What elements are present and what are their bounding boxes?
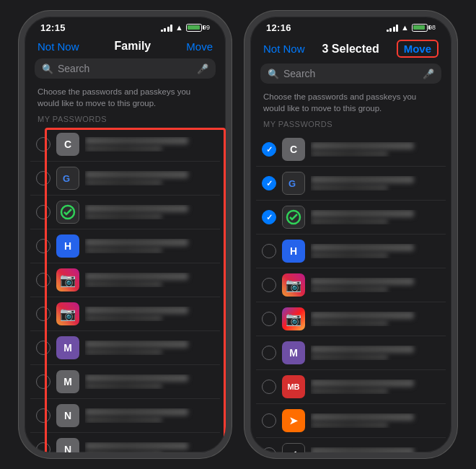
list-item[interactable]: C [30,128,220,162]
checkbox[interactable] [36,307,50,321]
status-time-right: 12:16 [266,22,291,33]
status-bar-left: 12:15 ▲ 99 [25,17,226,37]
app-icon: N [56,404,79,427]
list-item[interactable]: M [30,331,220,365]
checkbox[interactable] [36,408,50,423]
checkbox[interactable] [262,312,276,326]
checkbox[interactable] [262,447,276,452]
move-button-right[interactable]: Move [397,40,438,58]
item-title [311,176,414,183]
item-details [85,137,214,152]
mic-icon-right[interactable]: 🎤 [423,69,434,79]
mic-icon-left[interactable]: 🎤 [197,63,208,74]
app-icon: C [282,138,305,161]
passwords-list-left: C G [25,128,226,458]
item-title [85,239,188,246]
phones-container: 12:15 ▲ 99 [12,4,464,465]
search-icon-right: 🔍 [268,69,279,79]
list-item[interactable]: 📷 [30,297,220,331]
item-details [85,273,214,287]
search-bar-right[interactable]: 🔍 Search 🎤 [260,63,441,84]
app-icon: M [56,370,79,393]
list-item[interactable]: M [256,336,446,370]
list-item[interactable] [256,201,446,234]
item-subtitle [311,286,388,292]
item-title [85,408,188,416]
item-title [311,447,414,452]
app-icon: N [56,438,79,458]
checkbox[interactable] [262,380,276,394]
list-item[interactable]: G [256,167,446,201]
app-icon: ➤ [282,409,305,432]
search-icon-left: 🔍 [42,63,53,74]
app-icon: 📷 [282,273,305,297]
move-button-left[interactable]: Move [186,40,213,53]
search-input-right[interactable]: Search [283,68,418,79]
checkbox[interactable] [36,442,50,457]
checkbox[interactable] [262,244,276,258]
item-details [311,244,440,258]
item-title [311,380,414,387]
app-icon: 📷 [282,307,305,330]
not-now-button-right[interactable]: Not Now [263,43,305,55]
checkbox[interactable] [36,273,50,287]
item-title [311,142,414,149]
checkbox[interactable] [262,142,276,157]
checkbox[interactable] [262,278,276,292]
item-title [311,312,414,319]
item-details [85,341,214,355]
not-now-button-left[interactable]: Not Now [38,40,79,53]
item-details [85,205,214,219]
app-icon: ✓ [282,443,305,452]
signal-icon-left [161,24,173,32]
checkbox[interactable] [36,374,50,389]
checkbox[interactable] [36,171,50,185]
nav-bar-right: Not Now 3 Selected Move [250,37,451,62]
item-subtitle [85,451,162,457]
wifi-icon-right: ▲ [401,23,409,32]
right-phone: 12:16 ▲ 98 Not Now 3 Sele [244,11,457,458]
list-item[interactable]: 📷 [256,302,446,336]
checkbox[interactable] [36,239,50,253]
item-details [311,210,440,224]
list-item[interactable]: N [30,399,220,433]
search-input-left[interactable]: Search [58,63,193,74]
item-subtitle [311,219,388,224]
item-title [311,413,414,421]
list-item[interactable]: H [30,229,220,263]
list-item[interactable]: M [30,365,220,399]
item-details [311,447,440,452]
item-title [85,205,188,212]
item-subtitle [311,388,388,394]
list-item[interactable]: MB [256,370,446,404]
app-icon: G [56,167,79,190]
app-icon: 📷 [56,302,79,325]
item-title [85,374,188,382]
item-subtitle [311,151,388,157]
checkbox[interactable] [262,413,276,428]
item-subtitle [85,180,162,185]
checkbox[interactable] [262,210,276,224]
checkbox[interactable] [36,341,50,355]
checkbox[interactable] [262,176,276,190]
item-title [311,278,414,285]
checkbox[interactable] [36,137,50,152]
search-bar-left[interactable]: 🔍 Search 🎤 [35,58,216,79]
list-item[interactable]: ✓ [256,438,446,452]
list-item[interactable]: C [256,133,446,167]
list-item[interactable]: ➤ [256,404,446,438]
item-subtitle [85,214,162,219]
passwords-list-right: C G [250,133,451,452]
checkbox[interactable] [262,346,276,360]
item-details [311,413,440,428]
item-details [311,380,440,394]
list-item[interactable]: 📷 [30,263,220,297]
item-details [85,239,214,253]
checkbox[interactable] [36,205,50,219]
list-item[interactable]: H [256,234,446,268]
app-icon: C [56,133,79,156]
list-item[interactable]: G [30,162,220,196]
list-item[interactable] [30,196,220,229]
list-item[interactable]: 📷 [256,268,446,302]
list-item[interactable]: N [30,433,220,458]
